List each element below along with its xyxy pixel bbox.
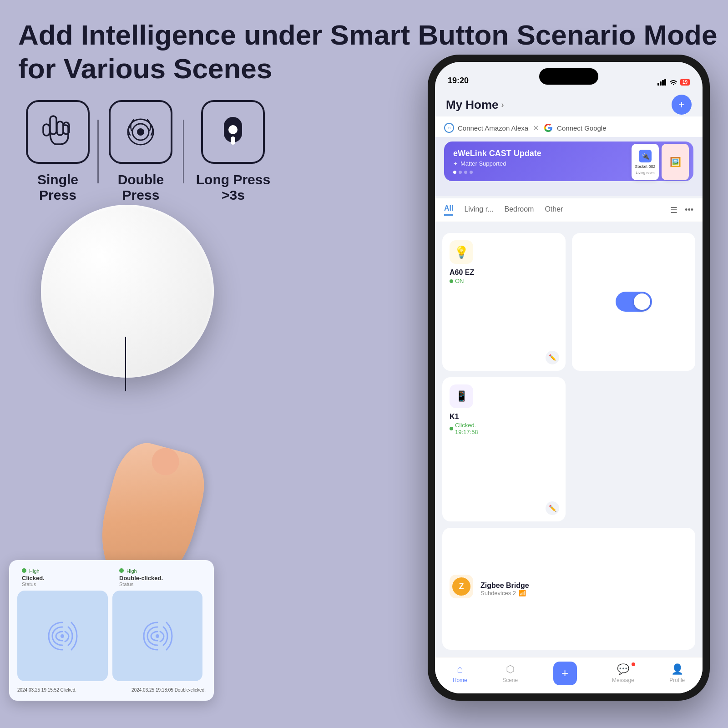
svg-point-6 (137, 128, 144, 136)
alexa-icon: ○ (444, 123, 454, 133)
popup-status-double: High Double-clicked. Status (115, 568, 206, 587)
bottom-nav: ⌂ Home ⬡ Scene + 💬 Message 👤 Profile (435, 657, 703, 693)
phone-wrapper: 19:20 19 (428, 55, 710, 701)
popup-footer: 2024.03.25 19:15:52 Clicked. 2024.03.25 … (17, 688, 206, 693)
google-color-icon (544, 123, 553, 132)
home-label: Home (453, 677, 467, 683)
svg-text:Z: Z (459, 582, 464, 591)
chevron-icon: › (501, 100, 504, 110)
finger-pointer-line (125, 337, 126, 391)
zigbee-info: Zigbee Bridge Subdevices 2 📶 (480, 581, 688, 597)
mini-card-1: 🔌 Socket 002 Living room (632, 144, 659, 180)
phone-screen: 19:20 19 (435, 62, 703, 693)
finger-tip (149, 445, 182, 478)
home-icon: ⌂ (457, 663, 463, 675)
long-press-icon-box (201, 100, 265, 164)
app-title-container: My Home › (446, 98, 504, 112)
tab-all[interactable]: All (444, 204, 453, 216)
device-card-toggle[interactable] (572, 233, 695, 371)
svg-point-11 (156, 634, 159, 638)
connect-alexa[interactable]: ○ Connect Amazon Alexa (444, 123, 528, 133)
zigbee-name: Zigbee Bridge (480, 581, 688, 590)
connect-google-text: Connect Google (557, 124, 606, 132)
message-label: Message (612, 677, 634, 683)
close-x[interactable]: ✕ (533, 124, 539, 132)
press-icons-container: Single Press Double Press (18, 100, 282, 203)
svg-rect-1 (57, 121, 63, 135)
nav-home[interactable]: ⌂ Home (453, 663, 467, 683)
smart-button-device (41, 205, 214, 378)
status2-level: High (126, 568, 137, 574)
wifi-sub-icon: 📶 (519, 590, 526, 597)
toggle-knob (634, 293, 650, 310)
scene-label: Scene (502, 677, 518, 683)
google-icon (543, 123, 553, 133)
dot-3 (464, 171, 467, 174)
k1-status: Clicked. 19:17:58 (450, 422, 558, 435)
popup-card-single (17, 591, 108, 681)
popup-date1: 2024.03.25 19:15:52 Clicked. (17, 688, 76, 693)
svg-rect-2 (43, 124, 50, 136)
phone-body: 19:20 19 (428, 55, 710, 701)
tab-other[interactable]: Other (545, 205, 563, 215)
long-press-label: Long Press >3s (184, 172, 282, 203)
single-press-icon (37, 111, 78, 152)
banner-mini-cards: 🔌 Socket 002 Living room 🖼️ (632, 144, 689, 180)
connect-bar: ○ Connect Amazon Alexa ✕ Connect Google (435, 116, 703, 140)
wifi-icon (669, 79, 677, 86)
k1-name: K1 (450, 413, 558, 421)
tab-bedroom[interactable]: Bedroom (504, 205, 534, 215)
toggle-switch[interactable] (616, 292, 652, 312)
zigbee-status: Subdevices 2 📶 (480, 590, 688, 597)
status-icons: 19 (657, 79, 690, 86)
svg-rect-0 (50, 116, 56, 134)
more-icon[interactable]: ••• (685, 205, 693, 215)
divider-1 (97, 120, 99, 183)
zigbee-icon: Z (450, 575, 473, 598)
press-item-double: Double Press (99, 100, 183, 203)
single-press-icon-box (26, 100, 90, 164)
connect-alexa-text: Connect Amazon Alexa (458, 124, 528, 132)
a60-status: ON (450, 278, 558, 284)
status1-sub: Status (22, 581, 36, 587)
zigbee-logo-icon: Z (452, 577, 470, 596)
press-item-single: Single Press (18, 100, 97, 203)
popup-card-double (112, 591, 203, 681)
device-card-k1[interactable]: 📱 K1 Clicked. 19:17:58 ✏️ (442, 377, 566, 522)
svg-point-10 (61, 634, 64, 638)
status1-dot (22, 568, 26, 573)
k1-edit-btn[interactable]: ✏️ (546, 501, 559, 515)
double-press-icon-box (109, 100, 172, 164)
battery-badge: 19 (680, 79, 690, 86)
nav-scene[interactable]: ⬡ Scene (502, 663, 518, 683)
device-card-zigbee[interactable]: Z Zigbee Bridge Subdevices 2 📶 (442, 528, 695, 650)
app-title-text: My Home (446, 98, 499, 112)
dot-4 (470, 171, 473, 174)
add-device-button[interactable]: + (672, 95, 692, 115)
nav-profile[interactable]: 👤 Profile (669, 663, 685, 683)
nav-add[interactable]: + (553, 662, 577, 685)
a60-edit-btn[interactable]: ✏️ (546, 351, 559, 364)
popup-status-row: High Clicked. Status High Double-clicked… (17, 568, 206, 587)
tab-living[interactable]: Living r... (464, 205, 493, 215)
status2-dot (119, 568, 124, 573)
scene-icon: ⬡ (506, 663, 515, 675)
list-icon[interactable]: ☰ (670, 205, 677, 215)
double-press-icon (120, 111, 161, 152)
app-header: My Home › + (435, 89, 703, 120)
mini-card-2: 🖼️ (662, 144, 689, 180)
a60-icon: 💡 (450, 240, 473, 264)
nav-message[interactable]: 💬 Message (612, 663, 634, 683)
banner-card: ✕ eWeLink CAST Update ✦ Matter Supported (444, 142, 693, 181)
device-card-a60[interactable]: 💡 A60 EZ ON ✏️ (442, 233, 566, 371)
status1-level: High (29, 568, 40, 574)
svg-rect-13 (660, 81, 662, 86)
screenshot-popup: High Clicked. Status High Double-clicked… (9, 560, 214, 701)
dot-2 (459, 171, 462, 174)
svg-rect-9 (231, 136, 235, 145)
popup-cards-row (17, 591, 206, 681)
single-press-label: Single Press (18, 172, 97, 203)
connect-google[interactable]: Connect Google (543, 123, 606, 133)
press-item-long: Long Press >3s (184, 100, 282, 203)
fingerprint-icon-double (139, 618, 176, 654)
